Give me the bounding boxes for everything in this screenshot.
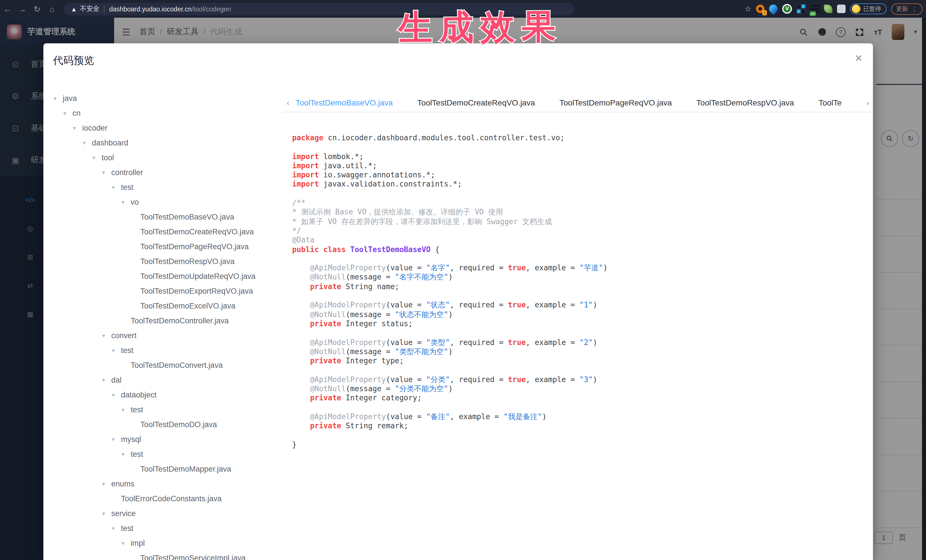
tab-tooltestdemocreatereqvo-java[interactable]: ToolTestDemoCreateReqVO.java (418, 98, 535, 110)
tree-node-label: ToolErrorCodeConstants.java (121, 494, 222, 503)
tab-tooltestdemopagereqvo-java[interactable]: ToolTestDemoPageReqVO.java (560, 98, 672, 110)
bookmark-star-icon[interactable]: ☆ (745, 5, 751, 13)
code-line: private String name; (292, 282, 870, 292)
tree-node[interactable]: ToolTestDemoServiceImpl.java (50, 550, 283, 560)
extension-leaf-icon[interactable] (824, 5, 832, 13)
close-icon[interactable]: ✕ (855, 53, 863, 65)
code-line: @NotNull(message = "名字不能为空") (292, 273, 870, 282)
caret-expanded-icon[interactable]: ▾ (121, 540, 131, 546)
code-line (292, 291, 870, 301)
tab-tooltestdemobasevo-java[interactable]: ToolTestDemoBaseVO.java (295, 98, 393, 110)
tree-node[interactable]: ToolTestDemoMapper.java (50, 461, 283, 476)
caret-expanded-icon[interactable]: ▾ (83, 139, 92, 146)
tree-node[interactable]: ▾java (50, 91, 283, 106)
tree-node-label: ToolTestDemoRespVO.java (140, 257, 235, 266)
tree-node[interactable]: ToolTestDemoExportReqVO.java (50, 284, 283, 298)
caret-expanded-icon[interactable]: ▾ (112, 391, 121, 398)
url-host[interactable]: dashboard.yudao.iocoder.cn (109, 5, 192, 12)
tree-node-label: ToolTestDemoExcelVO.java (140, 301, 235, 310)
tree-node[interactable]: ToolErrorCodeConstants.java (50, 491, 283, 506)
caret-expanded-icon[interactable]: ▾ (92, 154, 101, 160)
tree-node[interactable]: ▾convert (50, 328, 283, 343)
code-line: @ApiModelProperty(value = "状态", required… (292, 301, 870, 310)
extension-drop-icon[interactable] (767, 3, 779, 15)
tree-node[interactable]: ▾dataobject (50, 387, 283, 402)
tree-node[interactable]: ▾controller (50, 165, 283, 180)
kebab-menu-icon[interactable]: ⋮ (911, 5, 917, 12)
reload-icon[interactable]: ↻ (30, 4, 44, 14)
tree-node[interactable]: ▾service (50, 506, 283, 521)
tree-node[interactable]: ToolTestDemoExcelVO.java (50, 298, 283, 313)
tree-node[interactable]: ToolTestDemoPageReqVO.java (50, 239, 283, 254)
tree-node[interactable]: ▾mysql (50, 432, 283, 447)
tabs-scroll-right-icon[interactable]: › (862, 98, 873, 107)
tree-node[interactable]: ToolTestDemoUpdateReqVO.java (50, 269, 283, 284)
tree-node[interactable]: ToolTestDemoRespVO.java (50, 254, 283, 269)
code-line: @ApiModelProperty(value = "分类", required… (292, 375, 870, 384)
tree-node[interactable]: ▾tool (50, 150, 283, 165)
extension-list-icon[interactable]: on (811, 5, 819, 12)
caret-expanded-icon[interactable]: ▾ (121, 451, 131, 457)
extension-puzzle-icon[interactable] (837, 5, 846, 13)
caret-expanded-icon[interactable]: ▾ (112, 436, 121, 442)
tree-node-label: enums (111, 479, 135, 488)
code-line: * 测试示例 Base VO，提供给添加、修改、详细的子 VO 使用 (292, 208, 870, 217)
security-label[interactable]: 不安全 (80, 5, 100, 13)
tree-node[interactable]: ▾test (50, 447, 283, 461)
tree-node[interactable]: ▾enums (50, 476, 283, 491)
code-view: package cn.iocoder.dashboard.modules.too… (292, 133, 870, 560)
code-line: private Integer type; (292, 356, 870, 366)
tabs-scroll-left-icon[interactable]: ‹ (283, 98, 293, 107)
tree-node-label: ToolTestDemoServiceImpl.java (140, 554, 246, 560)
caret-expanded-icon[interactable]: ▾ (73, 125, 82, 131)
code-line: import java.util.*; (292, 162, 870, 171)
tree-node[interactable]: ToolTestDemoConvert.java (50, 358, 283, 372)
caret-expanded-icon[interactable]: ▾ (64, 110, 73, 116)
tree-node[interactable]: ▾cn (50, 106, 283, 120)
forward-icon[interactable]: → (15, 4, 30, 14)
caret-expanded-icon[interactable]: ▾ (121, 406, 131, 413)
browser-profile-chip[interactable]: 已暂停 (850, 3, 886, 14)
code-line: @ApiModelProperty(value = "备注", example … (292, 412, 870, 422)
caret-expanded-icon[interactable]: ▾ (102, 332, 111, 338)
extension-ring-icon[interactable]: 1 (756, 5, 764, 13)
tab-toolte[interactable]: ToolTe (819, 98, 841, 110)
caret-expanded-icon[interactable]: ▾ (54, 95, 63, 101)
tree-node[interactable]: ToolTestDemoCreateReqVO.java (50, 224, 283, 239)
tree-node[interactable]: ▾dashboard (50, 135, 283, 150)
caret-expanded-icon[interactable]: ▾ (112, 525, 121, 531)
tree-node-label: convert (111, 331, 137, 340)
extension-on-badge: on (809, 11, 816, 16)
url-path[interactable]: /tool/codegen (192, 5, 231, 12)
tree-node[interactable]: ▾impl (50, 536, 283, 550)
tree-node[interactable]: ToolTestDemoDO.java (50, 417, 283, 432)
tree-node-label: test (131, 450, 143, 458)
tree-node[interactable]: ToolTestDemoController.java (50, 313, 283, 328)
browser-update-button[interactable]: 更新 ⋮ (891, 3, 923, 15)
tree-node[interactable]: ▾vo (50, 195, 283, 209)
tree-node[interactable]: ▾test (50, 343, 283, 358)
security-warning-icon: ▲ (71, 5, 77, 12)
extension-grid-icon[interactable] (796, 4, 806, 14)
caret-expanded-icon[interactable]: ▾ (102, 480, 111, 487)
tree-node[interactable]: ▾dal (50, 372, 283, 387)
tree-node[interactable]: ▾test (50, 180, 283, 195)
caret-expanded-icon[interactable]: ▾ (102, 510, 111, 516)
caret-expanded-icon[interactable]: ▾ (102, 169, 111, 175)
tree-node[interactable]: ▾iocoder (50, 120, 283, 135)
tree-node[interactable]: ▾test (50, 521, 283, 536)
tree-node[interactable]: ToolTestDemoBaseVO.java (50, 209, 283, 224)
caret-expanded-icon[interactable]: ▾ (112, 347, 121, 353)
tree-node-label: test (121, 346, 133, 355)
caret-expanded-icon[interactable]: ▾ (102, 377, 111, 383)
browser-scrollbar[interactable] (922, 18, 926, 560)
back-icon[interactable]: ← (0, 4, 15, 14)
tree-node-label: iocoder (82, 124, 107, 132)
extension-v-icon[interactable]: V (782, 4, 792, 14)
tree-node[interactable]: ▾test (50, 402, 283, 417)
caret-expanded-icon[interactable]: ▾ (112, 184, 121, 190)
tab-tooltestdemorespvo-java[interactable]: ToolTestDemoRespVO.java (696, 98, 794, 110)
tree-node-label: test (131, 405, 143, 414)
caret-expanded-icon[interactable]: ▾ (121, 199, 131, 205)
home-icon[interactable]: ⌂ (44, 4, 59, 14)
